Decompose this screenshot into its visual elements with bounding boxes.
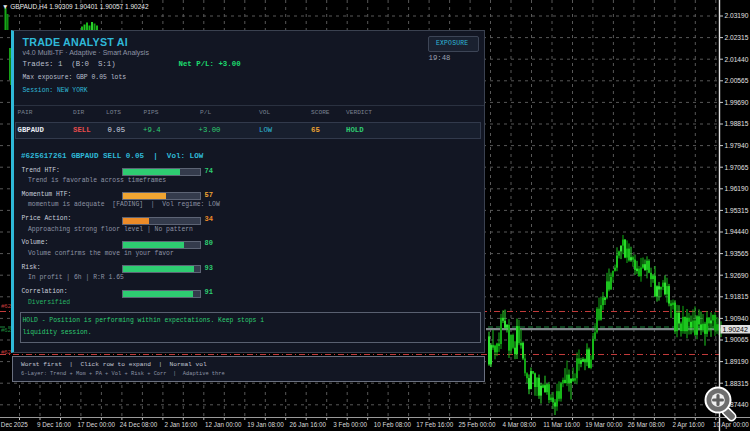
svg-text:7 Dec 2025: 7 Dec 2025 (0, 421, 28, 428)
svg-text:1.97940: 1.97940 (725, 142, 749, 149)
svg-text:2.00565: 2.00565 (725, 77, 749, 84)
svg-text:1.94440: 1.94440 (725, 228, 749, 235)
svg-text:2 Jan 16:00: 2 Jan 16:00 (164, 421, 197, 428)
svg-text:2.02315: 2.02315 (725, 34, 749, 41)
svg-text:10 Feb 08:00: 10 Feb 08:00 (374, 421, 412, 428)
svg-text:24 Dec 08:00: 24 Dec 08:00 (120, 421, 158, 428)
svg-text:1.97065: 1.97065 (725, 164, 749, 171)
svg-text:1.91815: 1.91815 (725, 293, 749, 300)
svg-text:1.96190: 1.96190 (725, 185, 749, 192)
svg-text:1.99690: 1.99690 (725, 99, 749, 106)
svg-text:1.95315: 1.95315 (725, 207, 749, 214)
svg-text:4 Mar 08:00: 4 Mar 08:00 (502, 421, 536, 428)
svg-text:1.90940: 1.90940 (725, 315, 749, 322)
svg-text:1.98815: 1.98815 (725, 120, 749, 127)
svg-text:12 Jan 00:00: 12 Jan 00:00 (205, 421, 242, 428)
svg-text:1.92690: 1.92690 (725, 272, 749, 279)
svg-text:1.88315: 1.88315 (725, 380, 749, 387)
svg-text:2.03190: 2.03190 (725, 12, 749, 19)
svg-text:10 Apr 00:00: 10 Apr 00:00 (713, 421, 749, 429)
svg-text:17 Feb 16:00: 17 Feb 16:00 (416, 421, 454, 428)
svg-text:19 Mar 00:00: 19 Mar 00:00 (585, 421, 623, 428)
svg-text:2.01440: 2.01440 (725, 56, 749, 63)
svg-text:26 Mar 08:00: 26 Mar 08:00 (628, 421, 666, 428)
svg-text:9 Dec 16:00: 9 Dec 16:00 (37, 421, 71, 428)
svg-text:11 Mar 16:00: 11 Mar 16:00 (543, 421, 580, 428)
svg-text:1.93565: 1.93565 (725, 250, 749, 257)
svg-text:1.90242: 1.90242 (723, 326, 748, 333)
svg-text:2 Apr 16:00: 2 Apr 16:00 (672, 421, 705, 429)
svg-text:26 Jan 16:00: 26 Jan 16:00 (290, 421, 327, 428)
svg-text:17 Dec 00:00: 17 Dec 00:00 (78, 421, 116, 428)
svg-text:1.90065: 1.90065 (725, 336, 749, 343)
svg-text:1.89190: 1.89190 (725, 358, 749, 365)
svg-text:3 Feb 00:00: 3 Feb 00:00 (333, 421, 367, 428)
svg-text:25 Feb 00:00: 25 Feb 00:00 (458, 421, 496, 428)
svg-text:19 Jan 08:00: 19 Jan 08:00 (247, 421, 284, 428)
